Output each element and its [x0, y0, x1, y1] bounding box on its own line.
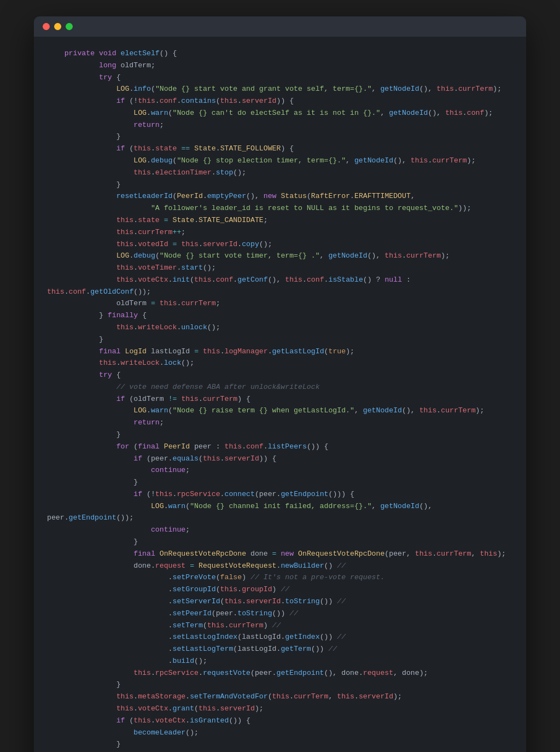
- code-line: .setPeerId(peer.toString()) //: [47, 608, 513, 620]
- code-line: }: [47, 679, 513, 691]
- code-line: private void electSelf() {: [47, 48, 513, 60]
- code-window: private void electSelf() { long oldTerm;…: [34, 16, 526, 752]
- code-line: resetLeaderId(PeerId.emptyPeer(), new St…: [47, 190, 513, 202]
- code-line: final LogId lastLogId = this.logManager.…: [47, 346, 513, 358]
- code-line: return;: [47, 417, 513, 429]
- code-line: this.voteCtx.init(this.conf.getConf(), t…: [47, 274, 513, 286]
- code-line: }: [47, 738, 513, 750]
- code-line: .setServerId(this.serverId.toString()) /…: [47, 596, 513, 608]
- code-line: .setLastLogTerm(lastLogId.getTerm()) //: [47, 643, 513, 655]
- code-line: continue;: [47, 464, 513, 476]
- code-line: "A follower's leader_id is reset to NULL…: [47, 202, 513, 214]
- code-line: }: [47, 536, 513, 548]
- code-line: long oldTerm;: [47, 60, 513, 72]
- code-line: this.votedId = this.serverId.copy();: [47, 238, 513, 250]
- code-line: // vote need defense ABA after unlock&wr…: [47, 381, 513, 393]
- code-line: LOG.debug("Node {} stop election timer, …: [47, 155, 513, 167]
- code-line: .build();: [47, 655, 513, 667]
- code-line: }: [47, 429, 513, 441]
- code-line: .setLastLogIndex(lastLogId.getIndex()) /…: [47, 631, 513, 643]
- code-line: continue;: [47, 524, 513, 536]
- code-editor: private void electSelf() { long oldTerm;…: [34, 37, 526, 752]
- code-line: try {: [47, 72, 513, 84]
- code-line: this.voteTimer.start();: [47, 262, 513, 274]
- code-line: this.conf.getOldConf());: [47, 286, 513, 298]
- code-line: this.state = State.STATE_CANDIDATE;: [47, 214, 513, 226]
- code-line: }: [47, 334, 513, 346]
- code-line: oldTerm = this.currTerm;: [47, 298, 513, 310]
- code-line: if (this.voteCtx.isGranted()) {: [47, 715, 513, 727]
- code-line: this.rpcService.requestVote(peer.getEndp…: [47, 667, 513, 679]
- code-line: .setGroupId(this.groupId) //: [47, 584, 513, 596]
- maximize-dot[interactable]: [66, 23, 73, 30]
- code-line: }: [47, 131, 513, 143]
- code-line: this.writeLock.unlock();: [47, 322, 513, 334]
- code-line: }: [47, 476, 513, 488]
- code-line: }: [47, 179, 513, 191]
- code-line: if (!this.rpcService.connect(peer.getEnd…: [47, 488, 513, 500]
- code-line: final OnRequestVoteRpcDone done = new On…: [47, 548, 513, 560]
- code-line: if (!this.conf.contains(this.serverId)) …: [47, 95, 513, 107]
- code-line: LOG.warn("Node {} raise term {} when get…: [47, 405, 513, 417]
- code-line: if (this.state == State.STATE_FOLLOWER) …: [47, 143, 513, 155]
- code-line: for (final PeerId peer : this.conf.listP…: [47, 441, 513, 453]
- code-line: LOG.debug("Node {} start vote timer, ter…: [47, 250, 513, 262]
- code-line: return;: [47, 119, 513, 131]
- code-line: if (peer.equals(this.serverId)) {: [47, 453, 513, 465]
- code-line: LOG.warn("Node {} can't do electSelf as …: [47, 107, 513, 119]
- titlebar: [34, 16, 526, 37]
- code-line: try {: [47, 369, 513, 381]
- minimize-dot[interactable]: [54, 23, 61, 30]
- close-dot[interactable]: [43, 23, 50, 30]
- code-line: this.metaStorage.setTermAndVotedFor(this…: [47, 691, 513, 703]
- code-line: } finally {: [47, 310, 513, 322]
- code-line: .setTerm(this.currTerm) //: [47, 620, 513, 632]
- code-line: this.currTerm++;: [47, 226, 513, 238]
- code-line: becomeLeader();: [47, 727, 513, 739]
- code-line: LOG.warn("Node {} channel init failed, a…: [47, 500, 513, 512]
- code-line: .setPreVote(false) // It's not a pre-vot…: [47, 572, 513, 584]
- code-line: peer.getEndpoint());: [47, 512, 513, 524]
- code-line: this.voteCtx.grant(this.serverId);: [47, 703, 513, 715]
- code-line: LOG.info("Node {} start vote and grant v…: [47, 83, 513, 95]
- code-line: this.electionTimer.stop();: [47, 167, 513, 179]
- code-line: done.request = RequestVoteRequest.newBui…: [47, 560, 513, 572]
- code-line: if (oldTerm != this.currTerm) {: [47, 393, 513, 405]
- code-line: this.writeLock.lock();: [47, 357, 513, 369]
